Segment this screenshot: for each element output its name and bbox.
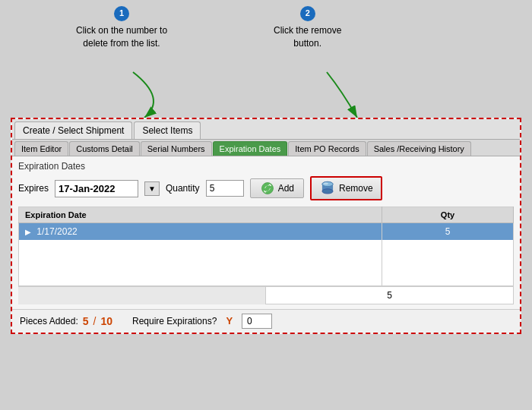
svg-point-4 <box>322 189 333 194</box>
tab-select-items[interactable]: Select Items <box>134 121 201 139</box>
empty-date-2 <box>19 255 382 270</box>
zero-input[interactable] <box>242 314 272 329</box>
callout-2: 2 Click the remove button. <box>274 6 341 50</box>
pieces-added-value: 5 <box>83 315 89 327</box>
callout1-line2: delete from the list. <box>76 37 167 50</box>
svg-point-6 <box>323 182 328 184</box>
total-left <box>18 287 266 304</box>
quantity-input[interactable] <box>206 180 244 197</box>
tab-customs-detail[interactable]: Customs Detail <box>69 141 140 156</box>
callout-1: 1 Click on the number to delete from the… <box>76 6 167 50</box>
table-row[interactable]: ▶ 1/17/2022 5 <box>19 223 514 241</box>
pieces-total-value: 10 <box>100 315 112 327</box>
empty-row-3 <box>19 270 514 285</box>
col-qty: Qty <box>382 207 514 223</box>
tabs-row2: Item Editor Customs Detail Serial Number… <box>12 140 520 156</box>
tab-serial-numbers[interactable]: Serial Numbers <box>141 141 212 156</box>
date-dropdown-button[interactable]: ▼ <box>144 181 160 196</box>
callout2-line2: button. <box>274 37 341 50</box>
annotation-area: 1 Click on the number to delete from the… <box>0 0 532 121</box>
expires-label: Expires <box>18 183 49 194</box>
empty-date <box>19 240 382 255</box>
empty-qty-3 <box>382 270 514 285</box>
expiration-dates-table: Expiration Date Qty ▶ 1/17/2022 5 <box>18 207 514 286</box>
remove-button[interactable]: Remove <box>310 176 382 200</box>
date-cell[interactable]: ▶ 1/17/2022 <box>19 223 382 241</box>
content-area: Expiration Dates Expires ▼ Quantity Add <box>12 156 520 309</box>
tabs-row1: Create / Select Shipment Select Items <box>12 119 520 140</box>
svg-point-1 <box>261 183 273 194</box>
remove-icon <box>319 180 336 197</box>
date-value: 1/17/2022 <box>36 226 77 237</box>
pieces-added-label: Pieces Added: <box>20 316 78 326</box>
row-arrow: ▶ <box>25 228 31 236</box>
total-row: 5 <box>18 286 514 304</box>
empty-row-1 <box>19 240 514 255</box>
qty-cell[interactable]: 5 <box>382 223 514 241</box>
add-label: Add <box>278 183 294 194</box>
status-bar: Pieces Added: 5 / 10 Require Expirations… <box>12 309 520 333</box>
require-label: Require Expirations? <box>132 316 217 326</box>
badge-2: 2 <box>300 6 315 21</box>
total-qty: 5 <box>266 287 514 304</box>
empty-date-3 <box>19 270 382 285</box>
callout1-line1: Click on the number to <box>76 24 167 37</box>
callout2-line1: Click the remove <box>274 24 341 37</box>
tab-sales-receiving-history[interactable]: Sales /Receiving History <box>367 141 471 156</box>
tab-create-select-shipment[interactable]: Create / Select Shipment <box>14 121 132 139</box>
slash-separator: / <box>93 315 97 327</box>
controls-row: Expires ▼ Quantity Add <box>18 176 514 200</box>
require-value: Y <box>226 315 233 326</box>
add-icon <box>260 181 275 195</box>
main-panel: Create / Select Shipment Select Items It… <box>11 118 521 334</box>
quantity-label: Quantity <box>166 183 200 194</box>
tab-item-po-records[interactable]: Item PO Records <box>288 141 366 156</box>
empty-row-2 <box>19 255 514 270</box>
add-button[interactable]: Add <box>250 178 304 198</box>
tab-item-editor[interactable]: Item Editor <box>14 141 68 156</box>
tab-expiration-dates[interactable]: Expiration Dates <box>213 141 288 156</box>
date-input[interactable] <box>55 180 138 197</box>
section-label: Expiration Dates <box>18 161 514 172</box>
col-expiration-date: Expiration Date <box>19 207 382 223</box>
empty-qty <box>382 240 514 255</box>
remove-label: Remove <box>339 183 373 194</box>
empty-qty-2 <box>382 255 514 270</box>
badge-1: 1 <box>114 6 129 21</box>
